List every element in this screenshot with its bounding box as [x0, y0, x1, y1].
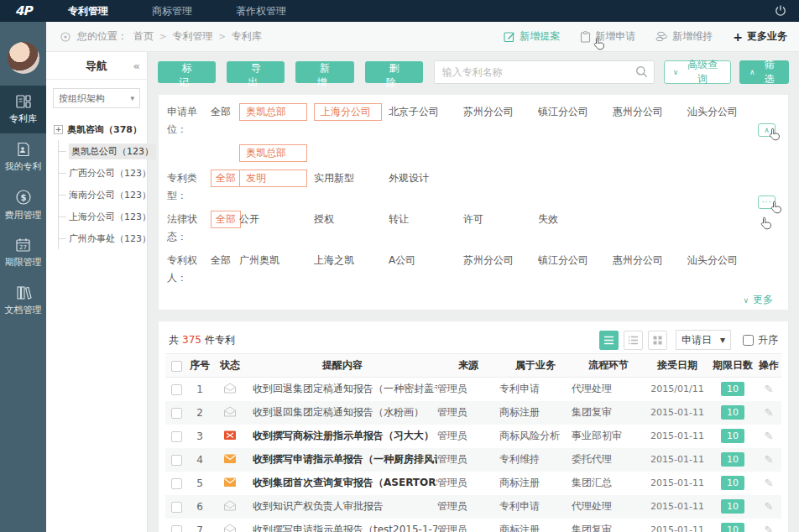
ellipsis-button[interactable]: ···	[758, 196, 776, 209]
filter-option[interactable]: 转让	[389, 211, 463, 228]
sidebar-item-fee-management[interactable]: $ 费用管理	[0, 181, 46, 229]
sidebar-item-my-patents[interactable]: 我的专利	[0, 133, 46, 181]
sidebar-item-document-management[interactable]: 文档管理	[0, 277, 46, 325]
edit-row-icon[interactable]: ✎	[765, 500, 774, 513]
edit-square-icon	[504, 31, 515, 43]
edit-row-icon[interactable]: ✎	[765, 430, 774, 442]
search-input[interactable]	[434, 60, 655, 84]
more-filters-link[interactable]: ∨ 更多	[743, 293, 773, 307]
edit-row-icon[interactable]: ✎	[765, 524, 774, 532]
tab-copyright-management[interactable]: 著作权管理	[236, 4, 286, 18]
detail-view-toggle[interactable]	[624, 331, 643, 350]
ascending-checkbox-input[interactable]	[743, 335, 754, 346]
delete-button[interactable]: 删除	[365, 61, 423, 83]
filter-option[interactable]: A公司	[389, 252, 463, 269]
power-icon[interactable]	[774, 4, 787, 20]
tree-node-hainan[interactable]: 海南分公司（123）	[59, 184, 144, 206]
row-checkbox[interactable]	[171, 525, 182, 532]
collapse-panel-icon[interactable]: «	[133, 52, 140, 80]
filter-extra-selection[interactable]: 奥凯总部	[239, 144, 780, 162]
table-row[interactable]: 4 收到撰写申请指示单报告（一种厨房排风设备） 管理员 专利维持 委托代理 20…	[165, 448, 781, 472]
sort-field-select[interactable]: 申请日 ▾	[676, 330, 731, 350]
breadcrumb-patent-library[interactable]: 专利库	[232, 29, 262, 44]
nav-tree-panel: 导航 « 按组织架构 ▾ + 奥凯咨询（378） 奥凯总公司（123） 广西分公…	[46, 52, 148, 532]
table-row[interactable]: 1 收到回退集团定稿通知报告（一种密封盖专用拧具 管理员 专利申请 代理处理 2…	[165, 378, 781, 401]
table-row[interactable]: 7 收到撰写申请指示单报告（test2015-1-7） 管理员 商标注册 集团复…	[165, 519, 781, 532]
select-all-checkbox[interactable]	[171, 361, 182, 372]
advanced-query-button[interactable]: ∨ 高级查询	[664, 60, 731, 84]
table-header-row: 序号 状态 提醒内容 来源 属于业务 流程环节 接受日期 期限日数 操作	[165, 354, 781, 378]
tree-root-node[interactable]: + 奥凯咨询（378）	[54, 118, 144, 140]
filter-option[interactable]: 授权	[314, 211, 389, 228]
filter-option-all[interactable]: 全部	[211, 103, 239, 121]
collapse-row-button[interactable]: ∧	[758, 123, 776, 137]
sidebar-item-patent-library[interactable]: 专利库	[0, 86, 46, 133]
mark-button[interactable]: 标记	[158, 61, 216, 83]
deadline-days-badge: 10	[721, 523, 744, 532]
search-icon[interactable]	[635, 65, 648, 81]
row-checkbox[interactable]	[171, 502, 182, 513]
tab-trademark-management[interactable]: 商标管理	[152, 4, 192, 18]
tree-node-shanghai[interactable]: 上海分公司（123）	[59, 206, 144, 227]
row-checkbox[interactable]	[171, 431, 182, 442]
tree-node-guangzhou[interactable]: 广州办事处（123）	[59, 227, 144, 249]
list-view-toggle[interactable]	[599, 331, 619, 350]
row-checkbox[interactable]	[171, 408, 182, 419]
filter-option[interactable]: 实用新型	[314, 170, 389, 187]
filter-option[interactable]: 惠州分公司	[613, 103, 687, 121]
tab-patent-management[interactable]: 专利管理	[68, 4, 108, 18]
filter-option[interactable]: 广州奥凯	[239, 252, 314, 269]
export-button[interactable]: 导出	[227, 61, 285, 83]
filter-option[interactable]: 外观设计	[389, 170, 463, 187]
deadline-days-badge: 10	[721, 499, 744, 514]
row-checkbox[interactable]	[171, 384, 182, 395]
filter-toggle-button[interactable]: ∧ 筛选	[739, 60, 789, 84]
table-row[interactable]: 3 收到撰写商标注册指示单报告（习大大） 管理员 商标风险分析 事业部初审 20…	[165, 425, 781, 448]
left-sidebar: 专利库 我的专利 $ 费用管理 27 期限管理 文档管理	[0, 22, 46, 532]
edit-row-icon[interactable]: ✎	[765, 383, 774, 395]
more-business-button[interactable]: + 更多业务	[733, 29, 787, 44]
filter-option-all[interactable]: 全部	[211, 252, 239, 269]
breadcrumb-home[interactable]: 首页	[133, 29, 154, 44]
filter-option[interactable]: 镇江分公司	[538, 103, 613, 121]
filter-option[interactable]: 许可	[463, 211, 538, 228]
edit-row-icon[interactable]: ✎	[765, 406, 774, 419]
filter-option[interactable]: 失效	[538, 211, 613, 228]
table-row[interactable]: 5 收到集团首次查询复审报告（ASERTORS） 管理员 商标注册 集团汇总 2…	[165, 472, 781, 495]
row-checkbox[interactable]	[171, 455, 182, 466]
filter-option-all[interactable]: 全部	[211, 211, 239, 234]
row-checkbox[interactable]	[171, 478, 182, 489]
filter-option[interactable]: 汕头分公司	[687, 252, 762, 269]
filter-option[interactable]: 发明	[239, 170, 314, 187]
tree-node-guangxi[interactable]: 广西分公司（123）	[59, 162, 144, 184]
breadcrumb-patent-mgmt[interactable]: 专利管理	[172, 29, 212, 44]
filter-option[interactable]: 公开	[239, 211, 314, 228]
filter-option[interactable]: 镇江分公司	[538, 252, 613, 269]
tree-node-hq[interactable]: 奥凯总公司（123）	[59, 140, 144, 162]
filter-option[interactable]: 北京子公司	[389, 103, 463, 121]
user-avatar[interactable]	[8, 42, 39, 74]
edit-row-icon[interactable]: ✎	[765, 453, 774, 466]
filter-option[interactable]: 上海之凯	[314, 252, 389, 269]
table-row[interactable]: 6 收到知识产权负责人审批报告 管理员 专利申请 代理处理 2015-01-11…	[165, 495, 781, 519]
org-structure-select[interactable]: 按组织架构 ▾	[53, 88, 140, 108]
grid-view-toggle[interactable]	[648, 331, 667, 350]
new-application-button[interactable]: 新增申请	[580, 29, 635, 44]
new-proposal-button[interactable]: 新增提案	[504, 29, 560, 44]
svg-text:$: $	[20, 193, 26, 202]
tree-expand-icon[interactable]: +	[54, 125, 63, 134]
filter-option[interactable]: 苏州分公司	[463, 252, 538, 269]
filter-option[interactable]: 苏州分公司	[463, 103, 538, 121]
filter-option[interactable]: 汕头分公司	[687, 103, 762, 121]
ascending-checkbox[interactable]: 升序	[743, 333, 778, 347]
filter-option[interactable]: 惠州分公司	[613, 252, 687, 269]
filter-option[interactable]: 上海分公司	[314, 103, 389, 121]
edit-row-icon[interactable]: ✎	[765, 477, 774, 489]
filter-option[interactable]: 奥凯总部	[239, 103, 314, 121]
filter-option-all[interactable]: 全部	[211, 170, 239, 193]
table-row[interactable]: 2 收到退回集团定稿通知报告（水粉画） 管理员 商标注册 集团复审 2015-0…	[165, 401, 781, 425]
new-maintain-button[interactable]: 新增维持	[655, 29, 713, 44]
add-button[interactable]: 新增	[295, 61, 353, 83]
sidebar-item-deadline-management[interactable]: 27 期限管理	[0, 229, 46, 277]
my-patent-icon	[16, 142, 31, 157]
